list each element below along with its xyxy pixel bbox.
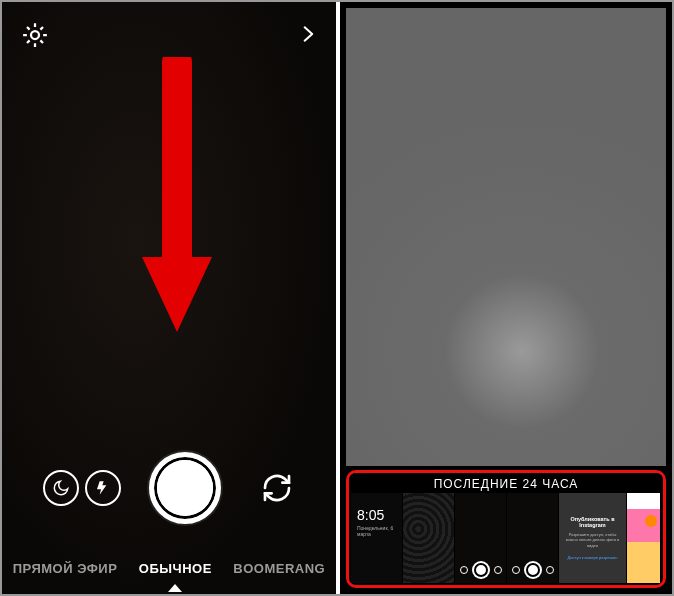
next-chevron-icon[interactable] (298, 20, 318, 54)
svg-marker-2 (142, 257, 212, 332)
annotation-arrow-down (137, 57, 217, 337)
thumb-clock: 8:05 (357, 507, 384, 523)
camera-controls (2, 452, 336, 524)
thumb-link: Доступ к камере разрешен (568, 555, 618, 560)
mini-icon (512, 566, 520, 574)
gallery-thumb[interactable]: 8:05 Понедельник, 6 марта (351, 493, 403, 583)
flash-icon[interactable] (85, 470, 121, 506)
thumb-subtext: Разрешите доступ, чтобы можно нельзя дел… (563, 532, 622, 548)
gallery-title: ПОСЛЕДНИЕ 24 ЧАСА (349, 473, 663, 493)
gallery-thumb[interactable] (627, 493, 661, 583)
thumb-headline: Опубликовать в Instagram (563, 516, 622, 528)
mini-icon (460, 566, 468, 574)
svg-point-0 (31, 31, 39, 39)
gallery-thumbnails[interactable]: 8:05 Понедельник, 6 марта (349, 493, 663, 585)
mini-shutter-icon (526, 563, 540, 577)
gallery-thumb[interactable] (455, 493, 507, 583)
camera-viewport: ПРЯМОЙ ЭФИР ОБЫЧНОЕ BOOMERANG (2, 2, 340, 594)
thumb-date: Понедельник, 6 марта (357, 525, 402, 537)
mini-icon (546, 566, 554, 574)
top-bar (2, 20, 336, 54)
dimmed-backdrop[interactable] (346, 8, 666, 466)
mini-shutter-icon (474, 563, 488, 577)
mode-boomerang[interactable]: BOOMERANG (233, 561, 325, 576)
gallery-thumb[interactable]: Опубликовать в Instagram Разрешите досту… (559, 493, 627, 583)
mode-normal[interactable]: ОБЫЧНОЕ (139, 561, 212, 576)
mode-selector[interactable]: ПРЯМОЙ ЭФИР ОБЫЧНОЕ BOOMERANG (2, 561, 336, 576)
switch-camera-icon[interactable] (259, 470, 295, 506)
gallery-thumb[interactable] (403, 493, 455, 583)
thumb-avatar-icon (645, 515, 657, 527)
settings-icon[interactable] (20, 20, 50, 54)
night-mode-icon[interactable] (43, 470, 79, 506)
recent-gallery-panel: ПОСЛЕДНИЕ 24 ЧАСА 8:05 Понедельник, 6 ма… (346, 470, 666, 588)
gallery-thumb[interactable] (507, 493, 559, 583)
mode-live[interactable]: ПРЯМОЙ ЭФИР (13, 561, 118, 576)
mini-icon (494, 566, 502, 574)
shutter-button[interactable] (149, 452, 221, 524)
gallery-screen: ПОСЛЕДНИЕ 24 ЧАСА 8:05 Понедельник, 6 ма… (340, 2, 672, 594)
